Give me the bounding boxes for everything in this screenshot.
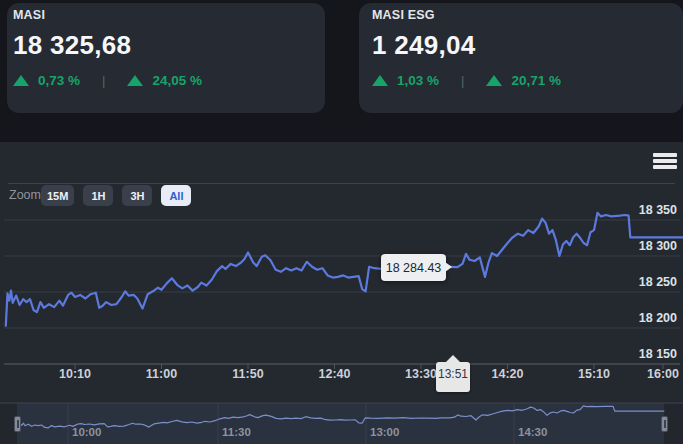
index-change-row: 1,03 % | 20,71 %	[372, 73, 561, 88]
masi-series-line	[6, 213, 682, 326]
index-value: 18 325,68	[13, 30, 131, 61]
navigator-axis-label: 11:30	[222, 426, 251, 438]
x-axis-label: 16:00	[635, 367, 683, 381]
main-chart[interactable]	[0, 142, 683, 444]
up-triangle-icon	[372, 75, 388, 86]
x-axis-label: 11:50	[220, 367, 276, 381]
y-axis-label: 18 300	[607, 239, 677, 253]
x-axis-label: 12:40	[307, 367, 363, 381]
separator: |	[102, 73, 105, 88]
navigator-axis-label: 13:00	[370, 426, 399, 438]
masi-index-card: MASI 18 325,68 0,73 % | 24,05 %	[7, 3, 325, 113]
x-axis-label: 15:10	[566, 367, 622, 381]
price-tooltip-value: 18 284.43	[386, 261, 442, 275]
chart-panel: Zoom 15M1H3HAll 18 284.43 13:51 18 35018…	[0, 142, 683, 444]
navigator-axis-label: 14:30	[518, 426, 547, 438]
up-triangle-icon	[13, 75, 29, 86]
up-triangle-icon	[486, 75, 502, 86]
separator: |	[461, 73, 464, 88]
daily-change: 0,73 %	[38, 73, 80, 88]
masi-esg-index-card: MASI ESG 1 249,04 1,03 % | 20,71 %	[359, 3, 683, 113]
index-name: MASI ESG	[372, 8, 435, 22]
time-crosshair-tooltip: 13:51	[436, 362, 470, 392]
daily-change: 1,03 %	[397, 73, 439, 88]
x-axis-label: 14:20	[480, 367, 536, 381]
y-axis-label: 18 150	[607, 347, 677, 361]
ytd-change: 20,71 %	[511, 73, 561, 88]
price-tooltip: 18 284.43	[381, 254, 446, 281]
market-dashboard: MASI 18 325,68 0,73 % | 24,05 % MASI ESG…	[0, 0, 683, 444]
y-axis-label: 18 350	[607, 203, 677, 217]
navigator-selected-range[interactable]	[17, 403, 664, 444]
up-triangle-icon	[127, 75, 143, 86]
time-tooltip-value: 13:51	[438, 367, 468, 381]
index-name: MASI	[13, 8, 45, 22]
x-axis-label: 11:00	[134, 367, 190, 381]
navigator-axis-label: 10:00	[72, 426, 101, 438]
navigator-left-handle[interactable]	[14, 416, 21, 432]
ytd-change: 24,05 %	[152, 73, 202, 88]
navigator-right-handle[interactable]	[661, 416, 668, 432]
y-axis-label: 18 250	[607, 275, 677, 289]
index-change-row: 0,73 % | 24,05 %	[13, 73, 202, 88]
index-value: 1 249,04	[372, 30, 476, 61]
x-axis-label: 10:10	[47, 367, 103, 381]
y-axis-label: 18 200	[607, 311, 677, 325]
